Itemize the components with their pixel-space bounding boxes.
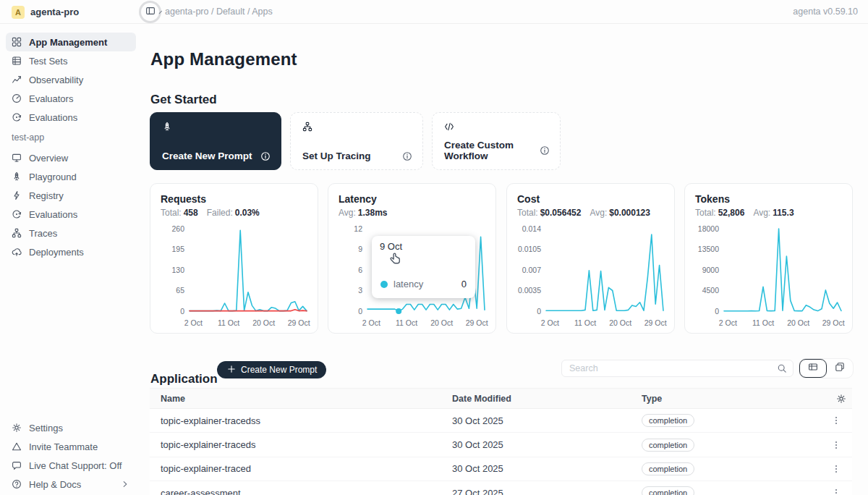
rocket-icon xyxy=(162,122,269,132)
chart-title: Cost xyxy=(517,193,540,205)
card-view-button[interactable] xyxy=(827,359,853,378)
row-actions-menu[interactable] xyxy=(827,462,846,475)
requests-line-chart[interactable]: 0651301952602 Oct11 Oct20 Oct29 Oct xyxy=(155,221,314,330)
app-date-modified: 30 Oct 2025 xyxy=(441,439,631,450)
plus-icon xyxy=(226,364,237,376)
type-badge: completion xyxy=(642,462,694,475)
cost-line-chart[interactable]: 00.00350.0070.01050.0142 Oct11 Oct20 Oct… xyxy=(511,221,671,330)
chevron-right-icon xyxy=(120,479,130,489)
bolt-icon xyxy=(12,190,22,200)
row-actions-menu[interactable] xyxy=(827,486,846,495)
svg-text:20 Oct: 20 Oct xyxy=(609,318,631,327)
tooltip-value: 0 xyxy=(461,279,467,289)
svg-text:260: 260 xyxy=(171,224,184,233)
svg-text:0: 0 xyxy=(537,307,541,316)
row-actions-menu[interactable] xyxy=(827,439,846,452)
chart-title: Tokens xyxy=(695,193,730,205)
card-view-icon xyxy=(835,362,845,375)
gear-icon xyxy=(12,423,22,433)
page-title: App Management xyxy=(150,49,297,69)
info-icon[interactable] xyxy=(540,145,550,156)
info-icon[interactable] xyxy=(402,151,412,161)
app-date-modified: 30 Oct 2025 xyxy=(441,415,631,426)
svg-text:9: 9 xyxy=(358,245,362,253)
table-row[interactable]: topic-explainer-traced 30 Oct 2025 compl… xyxy=(150,457,852,481)
svg-text:0.007: 0.007 xyxy=(522,266,541,274)
sidebar-item-label: Evaluations xyxy=(29,209,130,220)
card-label: Set Up Tracing xyxy=(302,151,402,161)
get-started-card-set-up-tracing[interactable]: Set Up Tracing xyxy=(290,112,423,170)
sidebar-item-label: Traces xyxy=(29,228,130,239)
tokens-line-chart[interactable]: 04500900013500180002 Oct11 Oct20 Oct29 O… xyxy=(689,221,848,330)
sidebar-project-nav: Overview Playground Registry Evaluations… xyxy=(0,148,142,261)
sidebar-item-label: Settings xyxy=(29,423,130,433)
tooltip-date: 9 Oct xyxy=(380,241,402,252)
info-icon[interactable] xyxy=(260,151,271,161)
app-name: topic-explainer-traceds xyxy=(150,439,441,450)
sidebar-item-deployments[interactable]: Deployments xyxy=(6,242,136,261)
applications-table: Name Date Modified Type topic-explainer-… xyxy=(150,388,852,495)
sidebar-item-help-docs[interactable]: Help & Docs xyxy=(6,475,136,494)
application-title: Application xyxy=(150,372,218,386)
sidebar-item-evaluations[interactable]: Evaluations xyxy=(6,108,136,127)
grid-icon xyxy=(12,37,22,47)
sidebar-item-label: Overview xyxy=(29,153,130,164)
sidebar-item-traces[interactable]: Traces xyxy=(6,224,136,242)
chart-stats: Total:$0.056452Avg:$0.000123 xyxy=(517,208,650,218)
cost-metric-card: Cost Total:$0.056452Avg:$0.000123 00.003… xyxy=(506,183,675,334)
sidebar-item-playground[interactable]: Playground xyxy=(6,167,136,186)
table-row[interactable]: topic-explainer-traceds 30 Oct 2025 comp… xyxy=(150,433,852,457)
chart-stats: Total:458Failed:0.03% xyxy=(161,208,260,218)
svg-text:0: 0 xyxy=(715,307,719,316)
svg-text:2 Oct: 2 Oct xyxy=(184,318,203,327)
sidebar-item-evaluators[interactable]: Evaluators xyxy=(6,89,136,108)
sidebar-item-settings[interactable]: Settings xyxy=(6,418,136,437)
get-started-card-create-custom-workflow[interactable]: Create Custom Workflow xyxy=(432,112,561,170)
project-label: test-app xyxy=(12,132,44,143)
table-row[interactable]: career-assessment 27 Oct 2025 completion xyxy=(150,481,852,495)
app-date-modified: 27 Oct 2025 xyxy=(441,488,631,495)
sidebar-item-live-chat-support-off[interactable]: Live Chat Support: Off xyxy=(6,456,136,475)
workspace-avatar: A xyxy=(12,6,25,19)
cloud-icon xyxy=(12,247,22,257)
svg-text:29 Oct: 29 Oct xyxy=(466,318,488,327)
sidebar-item-registry[interactable]: Registry xyxy=(6,186,136,205)
svg-text:65: 65 xyxy=(176,286,184,295)
sidebar-item-test-sets[interactable]: Test Sets xyxy=(6,51,136,70)
svg-text:20 Oct: 20 Oct xyxy=(787,318,809,327)
sidebar-item-label: Playground xyxy=(29,172,130,182)
table-view-button[interactable] xyxy=(799,359,827,378)
search-input[interactable] xyxy=(568,363,777,374)
row-actions-menu[interactable] xyxy=(827,414,846,427)
svg-text:11 Oct: 11 Oct xyxy=(752,318,774,327)
triangle-icon xyxy=(12,441,22,452)
sidebar-item-overview[interactable]: Overview xyxy=(6,148,136,167)
tree-icon xyxy=(12,228,22,238)
sidebar-item-app-management[interactable]: App Management xyxy=(6,33,136,51)
svg-text:3: 3 xyxy=(358,286,362,295)
sidebar-item-label: Test Sets xyxy=(29,56,130,67)
pointer-cursor-icon xyxy=(388,252,401,268)
column-header-name: Name xyxy=(150,394,441,404)
svg-text:29 Oct: 29 Oct xyxy=(644,318,667,327)
create-new-prompt-button[interactable]: Create New Prompt xyxy=(217,361,326,378)
sidebar-item-label: Observability xyxy=(29,75,130,85)
evals-icon xyxy=(12,209,22,219)
get-started-card-create-new-prompt[interactable]: Create New Prompt xyxy=(150,112,281,170)
table-view-icon xyxy=(808,362,818,375)
sidebar-item-invite-teammate[interactable]: Invite Teammate xyxy=(6,437,136,456)
table-settings-gear-icon[interactable] xyxy=(836,394,846,404)
breadcrumb[interactable]: agenta-pro / Default / Apps xyxy=(165,7,273,17)
table-row[interactable]: topic-explainer-tracedss 30 Oct 2025 com… xyxy=(150,409,852,433)
sidebar-item-observability[interactable]: Observability xyxy=(6,70,136,89)
svg-text:0.0105: 0.0105 xyxy=(518,245,541,253)
sidebar-collapse-button[interactable] xyxy=(141,3,159,21)
chart-title: Latency xyxy=(339,193,377,205)
svg-text:0: 0 xyxy=(358,307,362,316)
code-icon xyxy=(444,122,548,132)
series-color-dot xyxy=(380,281,388,288)
sidebar-item-evaluations[interactable]: Evaluations xyxy=(6,205,136,224)
svg-text:6: 6 xyxy=(358,266,362,274)
card-label: Create Custom Workflow xyxy=(444,140,540,161)
chart-title: Requests xyxy=(161,193,206,205)
